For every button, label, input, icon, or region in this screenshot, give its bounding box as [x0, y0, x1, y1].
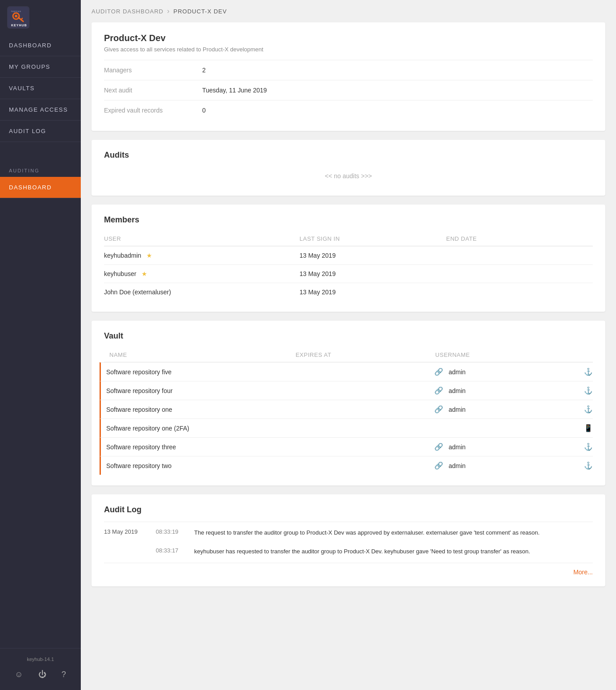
- audit-time: 08:33:19: [156, 528, 187, 537]
- info-value-next-audit: Tuesday, 11 June 2019: [202, 87, 267, 94]
- sidebar-item-auditing-dashboard[interactable]: DASHBOARD: [0, 177, 81, 198]
- member-name: John Doe (externaluser): [104, 289, 300, 296]
- group-info-card: Product-X Dev Gives access to all servic…: [92, 22, 605, 131]
- sidebar-item-vaults[interactable]: VAULTS: [0, 78, 81, 99]
- member-lastsign: 13 May 2019: [300, 289, 446, 296]
- vault-card: Vault Name Expires at Username Software …: [92, 321, 605, 485]
- user-icon[interactable]: ☺: [11, 668, 26, 681]
- info-label-next-audit: Next audit: [104, 87, 202, 94]
- vault-row: Software repository five 🔗 admin ⚓: [100, 362, 593, 381]
- svg-text:topicus: topicus: [11, 10, 21, 13]
- vault-username: 🔗 admin: [434, 368, 575, 376]
- vault-row: Software repository one 🔗 admin ⚓: [100, 400, 593, 418]
- audit-time: 08:33:17: [156, 547, 187, 556]
- version-label: keyhub-14.1: [0, 654, 81, 665]
- unlink-icon[interactable]: ⚓: [584, 406, 593, 413]
- group-subtitle: Gives access to all services related to …: [104, 46, 593, 53]
- sidebar-item-my-groups[interactable]: MY GROUPS: [0, 56, 81, 78]
- member-name: keyhubadmin ★: [104, 252, 300, 259]
- help-icon[interactable]: ?: [58, 668, 70, 681]
- vault-name: Software repository five: [106, 368, 294, 376]
- breadcrumb-separator: ›: [167, 7, 170, 15]
- info-label-managers: Managers: [104, 67, 202, 74]
- member-lastsign: 13 May 2019: [300, 270, 446, 277]
- star-icon: ★: [142, 270, 147, 277]
- vault-name: Software repository one (2FA): [106, 425, 294, 432]
- vault-name: Software repository one: [106, 406, 294, 413]
- vault-username: 🔗 admin: [434, 461, 575, 470]
- audit-log-card: Audit Log 13 May 2019 08:33:19 The reque…: [92, 494, 605, 586]
- vault-actions: ⚓: [575, 443, 593, 451]
- star-icon: ★: [146, 252, 152, 259]
- sidebar-item-manage-access[interactable]: MANAGE ACCESS: [0, 99, 81, 121]
- vault-row: Software repository two 🔗 admin ⚓: [100, 456, 593, 475]
- members-col-user: User: [104, 235, 300, 242]
- vault-row: Software repository four 🔗 admin ⚓: [100, 381, 593, 400]
- table-row: keyhubuser ★ 13 May 2019: [104, 264, 593, 283]
- logo-box: topicus KEYHUB: [7, 6, 29, 29]
- vault-col-expires: Expires at: [296, 351, 435, 358]
- link-icon[interactable]: 🔗: [434, 368, 443, 376]
- vault-actions: ⚓: [575, 405, 593, 414]
- vault-name: Software repository two: [106, 462, 294, 469]
- link-icon[interactable]: 🔗: [434, 462, 443, 469]
- vault-username: 🔗 admin: [434, 443, 575, 451]
- link-icon[interactable]: 🔗: [434, 443, 443, 451]
- content-area: Product-X Dev Gives access to all servic…: [81, 22, 616, 613]
- members-col-lastsign: Last sign in: [300, 235, 446, 242]
- vault-actions: ⚓: [575, 368, 593, 376]
- members-card: Members User Last sign in End date keyhu…: [92, 205, 605, 312]
- logo-area: topicus KEYHUB: [0, 0, 81, 35]
- breadcrumb-parent[interactable]: AUDITOR DASHBOARD: [92, 8, 163, 15]
- members-table-header: User Last sign in End date: [104, 232, 593, 246]
- link-icon[interactable]: 🔗: [434, 406, 443, 413]
- table-row: keyhubadmin ★ 13 May 2019: [104, 246, 593, 264]
- audit-sub-row: 08:33:17 keyhubuser has requested to tra…: [104, 544, 593, 560]
- audit-date: 13 May 2019: [104, 528, 149, 537]
- members-section-title: Members: [104, 215, 593, 225]
- breadcrumb-current: PRODUCT-X DEV: [174, 8, 227, 15]
- keyhub-logo-svg: topicus KEYHUB: [8, 7, 29, 28]
- sidebar-item-dashboard[interactable]: DASHBOARD: [0, 35, 81, 56]
- audits-no-data: << no audits >>>: [104, 167, 593, 185]
- members-col-enddate: End date: [446, 235, 593, 242]
- vault-row: Software repository one (2FA) 📱: [100, 418, 593, 437]
- vault-name: Software repository three: [106, 443, 294, 451]
- vault-username: 🔗 admin: [434, 405, 575, 414]
- vault-actions: ⚓: [575, 386, 593, 395]
- audit-log-section-title: Audit Log: [104, 505, 593, 514]
- member-name: keyhubuser ★: [104, 270, 300, 277]
- unlink-icon[interactable]: ⚓: [584, 387, 593, 394]
- member-lastsign: 13 May 2019: [300, 252, 446, 259]
- unlink-icon[interactable]: ⚓: [584, 443, 593, 451]
- vault-col-name: Name: [109, 351, 296, 358]
- link-icon[interactable]: 🔗: [434, 387, 443, 394]
- breadcrumb: AUDITOR DASHBOARD › PRODUCT-X DEV: [81, 0, 616, 22]
- audits-card: Audits << no audits >>>: [92, 140, 605, 196]
- audit-log-row: 13 May 2019 08:33:19 The request to tran…: [104, 522, 593, 544]
- vault-actions: 📱: [575, 424, 593, 432]
- vault-row: Software repository three 🔗 admin ⚓: [100, 437, 593, 456]
- unlink-icon[interactable]: ⚓: [584, 462, 593, 469]
- sidebar-section-auditing: AUDITING: [0, 160, 81, 177]
- group-title: Product-X Dev: [104, 33, 593, 43]
- audit-message: keyhubuser has requested to transfer the…: [194, 547, 593, 556]
- audit-date: [104, 547, 149, 556]
- vault-col-username: Username: [435, 351, 575, 358]
- vault-table-header: Name Expires at Username: [104, 348, 593, 362]
- info-value-managers: 2: [202, 67, 206, 74]
- vault-table: Name Expires at Username Software reposi…: [104, 348, 593, 475]
- vault-username: 🔗 admin: [434, 386, 575, 395]
- power-icon[interactable]: ⏻: [35, 668, 50, 681]
- more-link[interactable]: More...: [104, 563, 593, 576]
- audits-section-title: Audits: [104, 151, 593, 160]
- vault-actions: ⚓: [575, 461, 593, 470]
- unlink-icon[interactable]: ⚓: [584, 368, 593, 376]
- members-table: User Last sign in End date keyhubadmin ★…: [104, 232, 593, 301]
- sidebar-item-audit-log[interactable]: AUDIT LOG: [0, 121, 81, 142]
- info-value-expired-vault: 0: [202, 107, 206, 114]
- sidebar-action-icons: ☺ ⏻ ?: [0, 665, 81, 685]
- table-row: John Doe (externaluser) 13 May 2019: [104, 283, 593, 301]
- main-content: AUDITOR DASHBOARD › PRODUCT-X DEV Produc…: [81, 0, 616, 690]
- device-icon[interactable]: 📱: [584, 424, 593, 432]
